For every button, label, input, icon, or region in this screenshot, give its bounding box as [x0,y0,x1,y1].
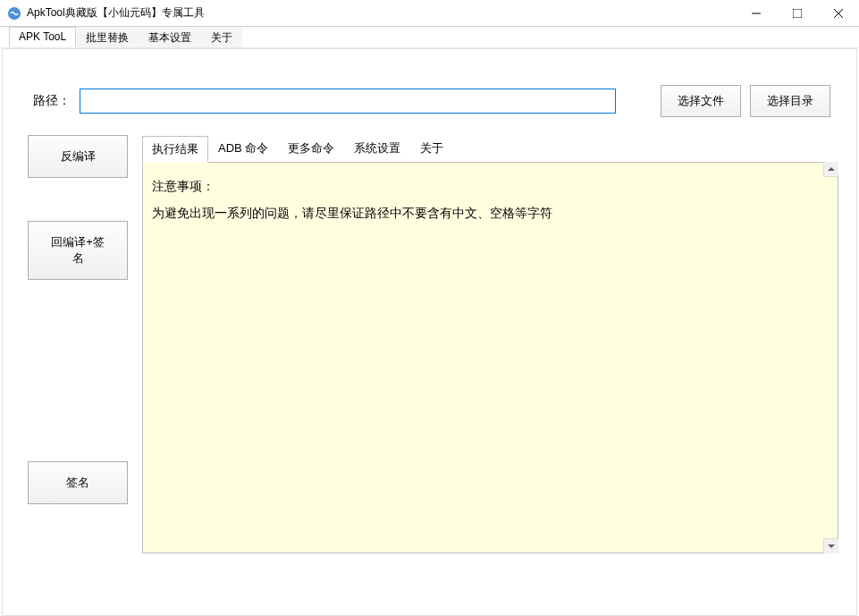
right-panel: 执行结果 ADB 命令 更多命令 系统设置 关于 注意事项： 为避免出现一系列的… [142,135,838,553]
tab-adb-commands[interactable]: ADB 命令 [208,135,278,162]
path-label: 路径： [33,93,71,109]
chevron-down-icon [828,544,835,548]
main-content: 反编译 回编译+签名 签名 执行结果 ADB 命令 更多命令 系统设置 关于 注… [21,135,838,553]
svg-rect-2 [793,9,802,18]
scroll-down-button[interactable] [823,538,838,553]
content-area: 路径： 选择文件 选择目录 反编译 回编译+签名 签名 执行结果 ADB 命令 … [2,48,857,616]
maximize-button[interactable] [777,0,818,27]
scroll-up-button[interactable] [823,162,838,177]
minimize-button[interactable] [736,0,777,27]
tab-system-settings[interactable]: 系统设置 [344,135,410,162]
tab-execute-result[interactable]: 执行结果 [142,136,208,163]
left-panel: 反编译 回编译+签名 签名 [28,135,128,553]
sign-button[interactable]: 签名 [28,461,128,504]
path-input[interactable] [80,89,616,114]
select-dir-button[interactable]: 选择目录 [750,85,830,117]
close-button[interactable] [818,0,859,27]
tab-apk-tool[interactable]: APK TooL [9,27,76,47]
chevron-up-icon [828,167,835,171]
main-tabs: APK TooL 批里替换 基本设置 关于 [0,27,859,48]
path-row: 路径： 选择文件 选择目录 [21,85,838,117]
result-line-1: 注意事项： [152,173,829,198]
tab-more-commands[interactable]: 更多命令 [278,135,344,162]
tab-inner-about[interactable]: 关于 [410,135,453,162]
result-line-2: 为避免出现一系列的问题，请尽里保证路径中不要含有中文、空格等字符 [152,200,829,225]
titlebar: ApkTool典藏版【小仙元码】专属工具 [0,0,859,27]
window-title: ApkTool典藏版【小仙元码】专属工具 [27,5,736,21]
tab-basic-settings[interactable]: 基本设置 [139,27,201,47]
tab-about[interactable]: 关于 [201,27,242,47]
select-file-button[interactable]: 选择文件 [661,85,741,117]
inner-tabs: 执行结果 ADB 命令 更多命令 系统设置 关于 [142,135,838,162]
window-controls [736,0,859,27]
result-area: 注意事项： 为避免出现一系列的问题，请尽里保证路径中不要含有中文、空格等字符 [142,162,838,553]
tab-batch-replace[interactable]: 批里替换 [76,27,139,47]
decompile-button[interactable]: 反编译 [28,135,128,178]
recompile-sign-button[interactable]: 回编译+签名 [28,221,128,280]
app-icon [7,6,21,21]
